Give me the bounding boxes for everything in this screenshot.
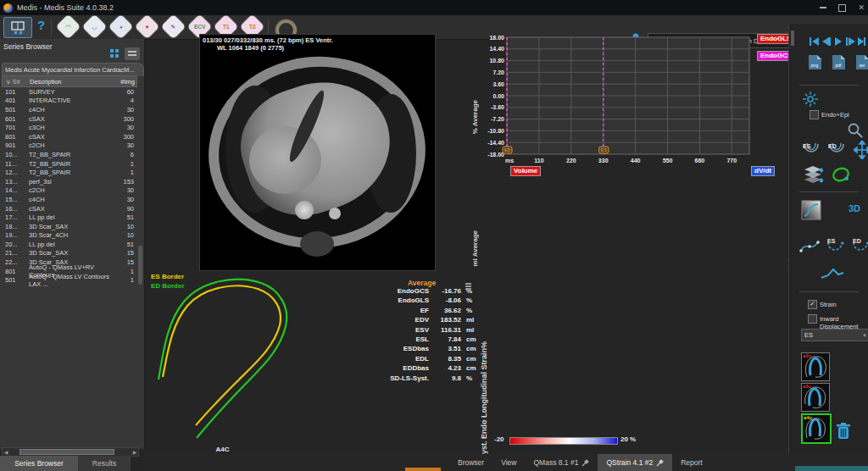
ellipse-tool-icon[interactable] <box>830 164 852 185</box>
thumbnail-view-icon[interactable] <box>107 47 122 60</box>
scroll-left-icon[interactable]: ◀ <box>3 449 9 455</box>
app-icon-3[interactable]: ◕ <box>108 14 134 40</box>
svg-text:18.00: 18.00 <box>489 35 504 41</box>
display-settings-icon[interactable] <box>803 91 818 107</box>
svg-text:ED: ED <box>828 143 837 149</box>
tab-series-browser[interactable]: Series Browser <box>0 456 78 471</box>
series-row[interactable]: 801cSAX300 <box>2 132 137 141</box>
tab-report[interactable]: Report <box>672 454 711 471</box>
threed-button[interactable]: 3D <box>849 203 860 213</box>
svg-text:pdf: pdf <box>836 63 843 68</box>
playback-controls[interactable] <box>810 36 865 47</box>
phase-select[interactable]: ES ▼ <box>801 329 868 341</box>
close-icon[interactable]: ✕ <box>858 4 865 12</box>
series-row[interactable]: 11...T2_BB_SPAIR1 <box>2 159 137 169</box>
thumb-a3c[interactable]: a3c <box>801 383 830 412</box>
scroll-right-icon[interactable]: ▶ <box>131 449 138 455</box>
svg-text:330: 330 <box>598 158 609 163</box>
sort-icon: ∨ S# <box>3 78 30 86</box>
series-row[interactable]: 13...perf_3sl153 <box>2 177 137 186</box>
es-phase-curve-icon[interactable]: ES <box>825 236 847 256</box>
endo-epi-checkbox[interactable] <box>810 110 819 119</box>
series-row[interactable]: 101SURVEY60 <box>2 87 137 97</box>
series-row[interactable]: 15...c4CH30 <box>2 195 137 204</box>
bullseye-plot[interactable] <box>490 302 636 435</box>
magnifier-icon[interactable] <box>847 122 864 139</box>
svg-text:220: 220 <box>566 158 576 163</box>
list-view-icon[interactable] <box>125 47 140 60</box>
export-png-button[interactable]: png <box>808 54 822 70</box>
thumb-a2c[interactable]: a2c <box>801 352 830 381</box>
series-table-header[interactable]: ∨ S# Description #Img <box>2 75 137 87</box>
delete-view-button[interactable] <box>835 422 852 441</box>
app-icon-1[interactable]: ◠ <box>56 14 81 40</box>
maximize-icon[interactable] <box>838 4 846 12</box>
series-row[interactable]: 10...T2_BB_SPAIR6 <box>2 150 137 159</box>
series-row[interactable]: 901c2CH30 <box>2 141 137 151</box>
app-icon-5[interactable]: ✎ <box>161 14 186 40</box>
es-contour-tool-icon[interactable]: ES <box>801 141 821 159</box>
series-row[interactable]: 14...c2CH30 <box>2 186 137 196</box>
series-row[interactable]: 21...3D Scar_SAX15 <box>2 249 137 258</box>
series-row[interactable]: 19...3D Scar_4CH10 <box>2 231 137 241</box>
legend-volume[interactable]: Volume <box>510 166 541 176</box>
series-row[interactable]: 701c3CH30 <box>2 123 137 132</box>
average-row: ESDbas3.51cm <box>380 345 486 354</box>
legend-dvdt[interactable]: dV/dt <box>751 166 775 176</box>
tab-view[interactable]: View <box>492 454 525 471</box>
inward-displacement-checkbox[interactable] <box>808 314 817 324</box>
series-row[interactable]: 18...3D Scar_SAX10 <box>2 222 137 231</box>
series-vertical-scrollbar[interactable] <box>138 246 142 285</box>
ed-contour-tool-icon[interactable]: ED <box>826 141 847 159</box>
splitter-handle[interactable] <box>791 30 794 46</box>
tab-browser[interactable]: Browser <box>449 454 492 471</box>
tab-results[interactable]: Results <box>78 456 131 471</box>
export-avi-button[interactable]: avi <box>855 54 868 70</box>
volume-left-axis-label: ml Average <box>471 230 479 267</box>
svg-text:ES: ES <box>601 147 608 152</box>
average-row: ESV116.31ml <box>380 326 486 335</box>
image-info-line2: WL 1064 1849 (0 2775) <box>217 44 284 52</box>
layout-button[interactable] <box>3 17 32 38</box>
colorbar <box>509 437 618 445</box>
tab-qstrain[interactable]: QStrain 4.1 #2 <box>598 454 672 471</box>
svg-text:png: png <box>811 63 819 68</box>
edit-points-icon[interactable] <box>799 237 821 256</box>
chevron-down-icon: ▼ <box>862 333 867 338</box>
window-level-icon[interactable] <box>801 200 821 220</box>
contour-drawing[interactable] <box>148 269 297 446</box>
help-button[interactable]: ? <box>37 18 45 32</box>
series-row[interactable]: 12...T2_BB_SPAIR1 <box>2 168 137 177</box>
status-accent-orange <box>405 468 441 471</box>
series-row[interactable]: 501c4CH30 <box>2 105 137 114</box>
series-row[interactable]: 501AutoQ - QMass LV Contours LAX ...1 <box>2 275 137 285</box>
layers-icon[interactable] <box>801 164 823 185</box>
strain-curve-icon[interactable] <box>820 266 845 283</box>
endo-epi-label: Endo+Epi <box>821 111 849 119</box>
series-row[interactable]: 601cSAX300 <box>2 114 137 124</box>
right-sidebar: png pdf avi Endo+Epi ES ED <box>788 24 868 471</box>
series-row[interactable]: 401INTERACTIVE4 <box>2 97 137 106</box>
export-pdf-button[interactable]: pdf <box>832 54 846 70</box>
series-row[interactable]: 17...LL pp del51 <box>2 213 137 222</box>
strain-checkbox[interactable]: ✓ <box>808 300 817 309</box>
patient-tab-label: Medis Acute Myocardial Infarction Cardia… <box>5 66 135 74</box>
series-row[interactable]: 20...LL pp del51 <box>2 240 137 249</box>
thumb-a4c[interactable]: a4c <box>801 413 832 444</box>
app-icon-2[interactable]: ◡ <box>82 14 108 40</box>
minimize-icon[interactable] <box>820 7 826 8</box>
pan-tool-icon[interactable] <box>854 141 868 159</box>
average-panel-menu-icon[interactable] <box>465 280 472 295</box>
strain-y-axis-label: % Average <box>471 100 479 134</box>
svg-text:ED: ED <box>504 147 511 152</box>
app-icon-4[interactable]: ♥ <box>135 14 160 40</box>
mri-viewport[interactable]: 013/30 027/0332/830 ms. (72 bpm) ES Vent… <box>199 34 436 271</box>
ed-phase-curve-icon[interactable]: ED <box>850 236 868 256</box>
patient-tab[interactable]: Medis Acute Myocardial Infarction Cardia… <box>2 63 144 76</box>
svg-text:10.80: 10.80 <box>489 58 504 64</box>
series-row[interactable]: 16...cSAX90 <box>2 204 137 213</box>
svg-text:440: 440 <box>631 158 641 163</box>
svg-text:660: 660 <box>695 158 705 163</box>
tab-qmass[interactable]: QMass 8.1 #1 <box>525 454 598 471</box>
title-bar: Medis - Medis Suite 4.0.38.2 ✕ <box>0 0 868 15</box>
